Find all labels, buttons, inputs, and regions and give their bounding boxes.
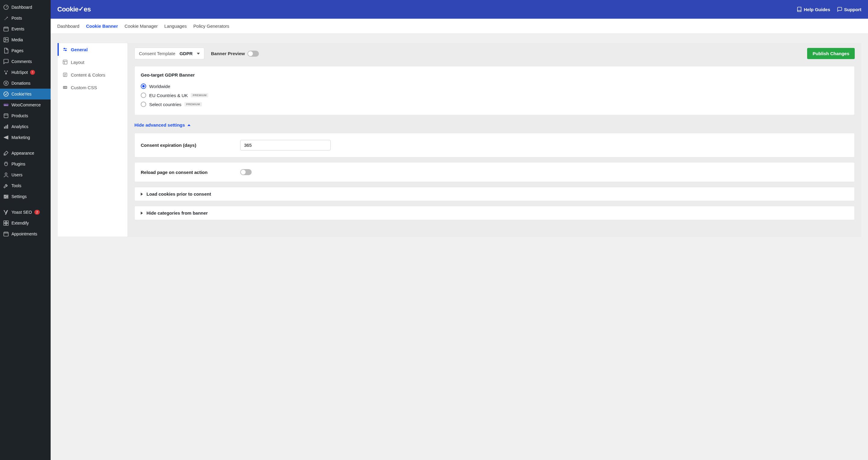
wp-menu-posts[interactable]: Posts bbox=[0, 13, 51, 24]
wp-menu-label: Tools bbox=[11, 183, 22, 188]
wp-menu-donations[interactable]: Donations bbox=[0, 78, 51, 89]
consent-expiration-label: Consent expiration (days) bbox=[141, 143, 240, 148]
wp-menu-label: Posts bbox=[11, 16, 22, 21]
premium-badge: PREMIUM bbox=[184, 102, 202, 106]
wp-menu-label: Settings bbox=[11, 194, 27, 199]
svg-point-28 bbox=[65, 50, 66, 51]
wp-menu-hubspot[interactable]: HubSpot! bbox=[0, 67, 51, 78]
svg-rect-24 bbox=[4, 223, 6, 225]
layout-icon bbox=[62, 59, 68, 65]
svg-point-21 bbox=[5, 197, 6, 198]
radio-worldwide[interactable] bbox=[141, 84, 146, 89]
css-icon: CSS bbox=[62, 85, 68, 90]
wp-menu-label: Users bbox=[11, 173, 23, 177]
radio-select-label: Select countries bbox=[149, 102, 181, 107]
wp-menu-label: Plugins bbox=[11, 161, 25, 166]
svg-text:Woo: Woo bbox=[4, 104, 8, 106]
wp-menu-extendify[interactable]: Extendify bbox=[0, 218, 51, 228]
plugin-header: Cookie✓es Help Guides Support bbox=[51, 0, 868, 19]
reload-on-consent-label: Reload page on consent action bbox=[141, 170, 240, 175]
load-cookies-row[interactable]: Load cookies prior to consent bbox=[134, 187, 855, 201]
wordpress-sidebar: DashboardPostsEventsMediaPagesCommentsHu… bbox=[0, 0, 51, 460]
svg-point-6 bbox=[5, 73, 7, 74]
wp-menu-pages[interactable]: Pages bbox=[0, 45, 51, 56]
section-content-colors[interactable]: Content & Colors bbox=[58, 68, 127, 81]
wp-menu-appointments[interactable]: Appointments bbox=[0, 228, 51, 239]
wp-menu-plugins[interactable]: Plugins bbox=[0, 159, 51, 170]
reload-on-consent-row: Reload page on consent action bbox=[134, 162, 855, 182]
wp-menu-dashboard[interactable]: Dashboard bbox=[0, 2, 51, 13]
geo-target-title: Geo-target GDPR Banner bbox=[141, 72, 848, 78]
subnav-languages[interactable]: Languages bbox=[164, 23, 187, 29]
calendar-icon bbox=[3, 26, 9, 32]
content-icon bbox=[62, 72, 68, 78]
svg-text:CSS: CSS bbox=[64, 87, 67, 88]
section-label: General bbox=[71, 47, 88, 52]
publish-changes-button[interactable]: Publish Changes bbox=[807, 48, 855, 59]
settings-icon bbox=[3, 193, 9, 200]
section-label: Custom CSS bbox=[71, 85, 97, 90]
wp-menu-label: Media bbox=[11, 37, 23, 42]
marketing-icon bbox=[3, 134, 9, 141]
hubspot-icon bbox=[3, 69, 9, 75]
radio-eu-label: EU Countries & UK bbox=[149, 93, 188, 98]
radio-select-countries[interactable] bbox=[141, 101, 146, 107]
svg-rect-25 bbox=[6, 223, 8, 225]
triangle-right-icon bbox=[141, 212, 143, 215]
wp-menu-media[interactable]: Media bbox=[0, 34, 51, 45]
page-icon bbox=[3, 48, 9, 54]
wp-menu-appearance[interactable]: Appearance bbox=[0, 148, 51, 159]
wp-menu-tools[interactable]: Tools bbox=[0, 180, 51, 191]
subnav-policy-generators[interactable]: Policy Generators bbox=[193, 23, 229, 29]
radio-eu[interactable] bbox=[141, 93, 146, 98]
wp-menu-marketing[interactable]: Marketing bbox=[0, 132, 51, 143]
subnav-dashboard[interactable]: Dashboard bbox=[57, 23, 79, 29]
hide-advanced-settings-link[interactable]: Hide advanced settings bbox=[134, 122, 190, 127]
reload-on-consent-toggle[interactable] bbox=[240, 169, 252, 175]
section-custom-css[interactable]: CSSCustom CSS bbox=[58, 81, 127, 94]
wp-menu-yoast-seo[interactable]: Yoast SEO2 bbox=[0, 207, 51, 218]
wp-menu-label: Extendify bbox=[11, 221, 29, 225]
section-general[interactable]: General bbox=[58, 43, 127, 56]
wp-menu-label: Yoast SEO bbox=[11, 210, 32, 215]
wp-menu-label: Pages bbox=[11, 48, 24, 53]
wp-menu-woocommerce[interactable]: WooWooCommerce bbox=[0, 99, 51, 110]
banner-preview-label: Banner Preview bbox=[211, 51, 245, 56]
svg-point-19 bbox=[4, 195, 5, 196]
wp-menu-label: Events bbox=[11, 27, 24, 31]
section-label: Layout bbox=[71, 60, 84, 65]
section-layout[interactable]: Layout bbox=[58, 56, 127, 68]
plugins-icon bbox=[3, 161, 9, 167]
woo-icon: Woo bbox=[3, 102, 9, 108]
consent-template-dropdown[interactable]: Consent Template GDPR bbox=[134, 48, 204, 59]
subnav-cookie-manager[interactable]: Cookie Manager bbox=[124, 23, 158, 29]
banner-preview-toggle[interactable] bbox=[247, 51, 259, 57]
support-link[interactable]: Support bbox=[837, 7, 862, 12]
wp-menu-events[interactable]: Events bbox=[0, 24, 51, 34]
wp-menu-cookieyes[interactable]: CookieYes bbox=[0, 89, 51, 99]
svg-rect-13 bbox=[5, 126, 6, 129]
wp-menu-users[interactable]: Users bbox=[0, 170, 51, 180]
svg-rect-12 bbox=[4, 127, 5, 129]
svg-point-3 bbox=[5, 38, 6, 39]
svg-rect-23 bbox=[6, 221, 8, 223]
svg-rect-1 bbox=[4, 27, 8, 31]
wp-menu-settings[interactable]: Settings bbox=[0, 191, 51, 202]
consent-expiration-input[interactable] bbox=[240, 140, 331, 150]
wp-menu-analytics[interactable]: Analytics bbox=[0, 121, 51, 132]
wp-menu-label: Appointments bbox=[11, 232, 37, 236]
wp-menu-label: Marketing bbox=[11, 135, 30, 140]
hide-categories-row[interactable]: Hide categories from banner bbox=[134, 206, 855, 220]
tools-icon bbox=[3, 183, 9, 189]
wp-menu-label: CookieYes bbox=[11, 92, 31, 96]
wp-menu-products[interactable]: Products bbox=[0, 110, 51, 121]
wp-menu-label: WooCommerce bbox=[11, 102, 41, 107]
wp-menu-comments[interactable]: Comments bbox=[0, 56, 51, 67]
subnav-cookie-banner[interactable]: Cookie Banner bbox=[86, 23, 118, 29]
consent-expiration-row: Consent expiration (days) bbox=[134, 133, 855, 157]
appearance-icon bbox=[3, 150, 9, 156]
triangle-up-icon bbox=[187, 124, 190, 126]
help-guides-link[interactable]: Help Guides bbox=[797, 7, 830, 12]
radio-worldwide-label: Worldwide bbox=[149, 84, 170, 89]
svg-rect-29 bbox=[63, 60, 67, 64]
